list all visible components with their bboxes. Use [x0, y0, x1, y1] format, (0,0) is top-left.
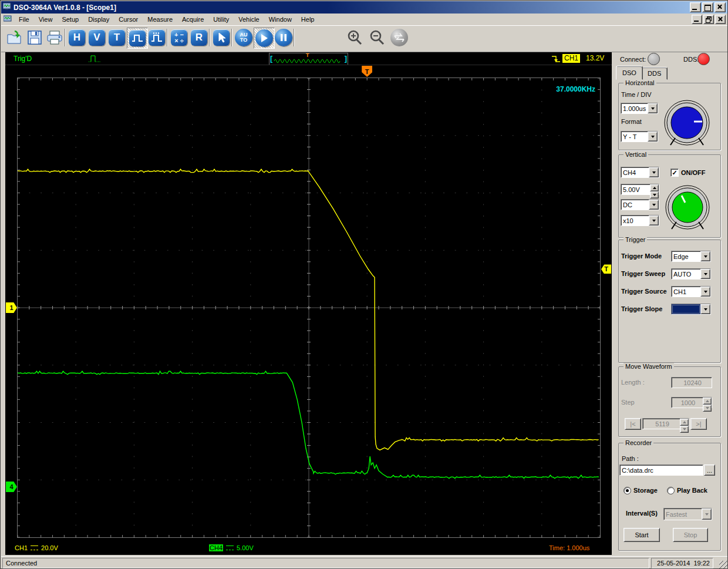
time-div-select[interactable]: 1.000us [621, 103, 658, 114]
ch4-position-marker[interactable]: 4 [6, 482, 17, 492]
menu-item-help[interactable]: Help [296, 15, 319, 24]
browse-button[interactable]: ... [704, 464, 715, 476]
close-icon[interactable] [714, 2, 726, 12]
trigger-level-marker[interactable]: T [601, 264, 611, 274]
menu-item-file[interactable]: File [14, 15, 34, 24]
trigger-icon: T [109, 29, 125, 46]
channel-select[interactable]: CH4 [621, 167, 659, 178]
storage-radio[interactable] [623, 487, 631, 494]
resize-grip[interactable] [719, 561, 727, 569]
menu-item-setup[interactable]: Setup [57, 15, 83, 24]
reference-button[interactable]: R [189, 28, 209, 48]
interval-label: Interval(S) [626, 510, 658, 517]
horizontal-icon: H [69, 29, 85, 46]
graticule[interactable]: 37.0000KHz [17, 78, 601, 538]
save-button[interactable] [25, 28, 45, 48]
coupling-select[interactable]: DC [621, 199, 659, 210]
mdi-close-icon[interactable] [715, 15, 726, 24]
path-input[interactable]: C:\data.drc [619, 464, 703, 476]
chevron-down-icon [649, 216, 659, 225]
ch1-scale-box: CH120.0V [12, 543, 63, 553]
pulse-mode-button[interactable] [127, 28, 148, 49]
chevron-down-icon [649, 167, 659, 177]
stop-button[interactable]: Stop [673, 528, 708, 542]
menu-item-window[interactable]: Window [264, 15, 296, 24]
trigger-source-label: Trigger Source [621, 288, 667, 295]
menu-items: FileViewSetupDisplayCursorMeasureAcquire… [14, 15, 319, 24]
onoff-label: ON/OFF [681, 169, 706, 176]
zoom-in-button[interactable] [345, 28, 365, 48]
mdi-restore-icon[interactable] [703, 15, 714, 24]
horizontal-knob[interactable] [663, 99, 710, 149]
vertical-group-title: Vertical [623, 151, 648, 158]
pause-button[interactable] [274, 28, 294, 48]
preview-left-bracket-icon[interactable]: [ [270, 54, 272, 63]
start-button[interactable]: Start [623, 528, 660, 542]
math-button[interactable]: + −× ÷ [169, 28, 189, 48]
trigger-status-box: Trig'D [6, 53, 95, 65]
transfer-button[interactable] [389, 28, 409, 48]
trigger-slope-select[interactable] [671, 304, 711, 315]
vertical-settings-button[interactable]: V [87, 28, 107, 48]
ch1-position-marker[interactable]: 1 [6, 302, 17, 313]
step-label: Step [621, 399, 635, 406]
chevron-down-icon [700, 269, 710, 279]
interval-select: Fastest [663, 508, 712, 520]
menu-item-display[interactable]: Display [83, 15, 114, 24]
connect-label: Connect: [620, 56, 646, 63]
probe-select[interactable]: x10 [621, 215, 659, 226]
tab-dds[interactable]: DDS [641, 67, 668, 80]
trigger-sweep-select[interactable]: AUTO [671, 268, 711, 280]
dds-label: DDS: [683, 56, 699, 63]
maximize-icon[interactable] [702, 2, 713, 12]
horizontal-group-title: Horizontal [623, 79, 656, 86]
preview-right-bracket-icon[interactable]: ] [345, 54, 347, 63]
math-icon: + −× ÷ [171, 29, 187, 46]
onoff-checkbox[interactable]: ✓ [670, 169, 679, 177]
tab-dso[interactable]: DSO [616, 66, 643, 80]
menu-item-vehicle[interactable]: Vehicle [234, 15, 264, 24]
menu-item-measure[interactable]: Measure [143, 15, 177, 24]
zoom-out-button[interactable] [367, 28, 387, 48]
cursor-measure-button[interactable] [211, 28, 231, 48]
menu-item-cursor[interactable]: Cursor [114, 15, 143, 24]
pulse-train-button[interactable] [147, 28, 167, 48]
trigger-status: Trig'D [14, 55, 32, 63]
cursor-icon [213, 29, 230, 46]
run-icon [255, 29, 273, 47]
menu-item-acquire[interactable]: Acquire [177, 15, 208, 24]
time-div-label: Time / DIV [621, 91, 652, 98]
auto-setup-button[interactable]: AUTO [234, 28, 254, 48]
trigger-settings-button[interactable]: T [107, 28, 127, 48]
menu-item-utility[interactable]: Utility [208, 15, 234, 24]
zoom-in-icon [346, 29, 363, 46]
go-last-button[interactable]: >| [690, 418, 707, 430]
volts-div-stepper[interactable]: 5.00V [621, 184, 659, 195]
spin-up-icon [680, 419, 689, 426]
format-label: Format [621, 118, 642, 125]
vertical-knob[interactable] [665, 184, 710, 233]
go-first-button[interactable]: |< [625, 418, 641, 430]
format-select[interactable]: Y - T [621, 131, 658, 142]
horizontal-settings-button[interactable]: H [67, 28, 87, 48]
connect-led [648, 53, 660, 65]
timebase-box: Time: 1.000us [547, 543, 603, 553]
trigger-position-marker[interactable]: T [362, 66, 372, 77]
trigger-group-title: Trigger [623, 236, 647, 243]
preview-waveform-icon [273, 55, 343, 63]
vertical-icon: V [89, 29, 105, 46]
playback-radio[interactable] [667, 487, 675, 494]
spin-down-icon [680, 426, 689, 433]
print-button[interactable] [45, 28, 65, 48]
document-icon[interactable] [4, 15, 12, 24]
chevron-down-icon [648, 103, 658, 113]
open-button[interactable] [5, 28, 25, 48]
trigger-mode-select[interactable]: Edge [671, 251, 711, 262]
minimize-icon[interactable] [690, 2, 701, 12]
application-window: { "window": {"title": "DSO-3064A Ver1.0.… [0, 0, 728, 569]
waveform-preview[interactable]: [ ] T [269, 53, 348, 65]
run-button[interactable] [254, 28, 275, 49]
trigger-source-select[interactable]: CH1 [671, 286, 711, 297]
mdi-minimize-icon[interactable] [692, 15, 702, 24]
menu-item-view[interactable]: View [34, 15, 58, 24]
